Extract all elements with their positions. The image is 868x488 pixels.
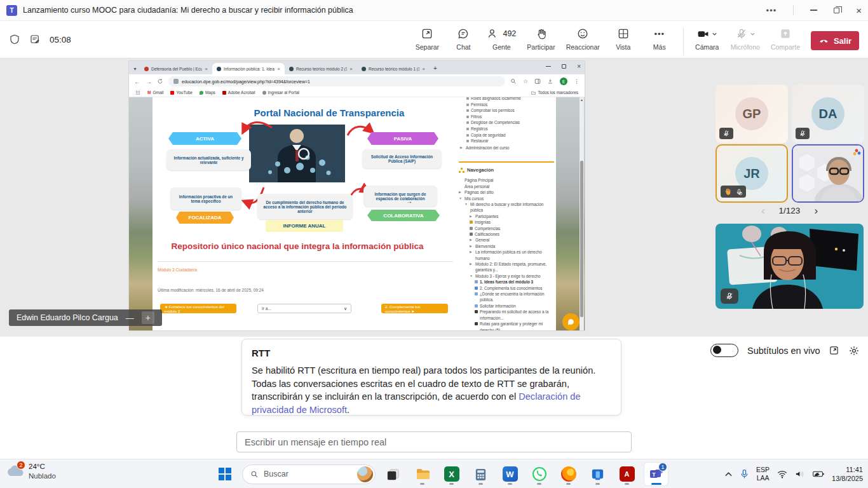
- tab-close-icon[interactable]: ×: [349, 66, 353, 72]
- task-view-button[interactable]: [381, 463, 405, 485]
- nav-item[interactable]: ▼Mis cursos: [459, 196, 554, 201]
- shield-icon[interactable]: [9, 34, 20, 45]
- nav-item[interactable]: ▶Páginas del sitio: [459, 189, 554, 195]
- calculator-button[interactable]: [469, 463, 492, 485]
- forward-icon[interactable]: →: [146, 78, 152, 85]
- zoom-out-button[interactable]: —: [126, 313, 134, 323]
- bookmark-star-icon[interactable]: ☆: [523, 78, 528, 85]
- reload-icon[interactable]: [157, 78, 163, 85]
- admin-item[interactable]: Registros: [459, 126, 554, 132]
- prev-module-button[interactable]: ◄ Fortalece tus conocimientos del módulo…: [160, 304, 236, 313]
- admin-item[interactable]: Permisos: [459, 102, 554, 108]
- tab-search-icon[interactable]: ▼: [133, 67, 137, 71]
- nav-item[interactable]: ▶Participantes: [459, 214, 554, 219]
- browser-tab-2-active[interactable]: Información pública: 1. Ideas fu×: [212, 63, 285, 74]
- nav-item-course[interactable]: ▼Mi derecho a buscar y recibir informaci…: [459, 201, 554, 214]
- whatsapp-button[interactable]: [527, 463, 551, 485]
- page-scrollbar[interactable]: ▲: [580, 97, 584, 330]
- admin-item[interactable]: Copia de seguridad: [459, 132, 554, 139]
- chevron-down-icon[interactable]: [750, 31, 756, 37]
- bookmark-youtube[interactable]: YouTube: [170, 90, 193, 95]
- firefox-button[interactable]: [557, 463, 580, 485]
- bookmark-portal[interactable]: Ingresar al Portal: [262, 90, 300, 95]
- search-highlight-image[interactable]: [357, 466, 373, 482]
- page-fab-button[interactable]: [562, 313, 580, 330]
- taskbar-search[interactable]: Buscar: [242, 464, 376, 484]
- nav-item[interactable]: ¿Dónde se encuentra la información públi…: [459, 291, 554, 303]
- nav-item[interactable]: Rutas para garantizar y proteger mi dere…: [459, 321, 554, 330]
- file-explorer-button[interactable]: [410, 463, 434, 485]
- battery-icon[interactable]: [813, 470, 824, 478]
- acrobat-button[interactable]: A: [615, 463, 639, 485]
- bookmark-gmail[interactable]: MGmail: [147, 90, 163, 95]
- chat-button[interactable]: Chat: [451, 26, 476, 51]
- profile-avatar[interactable]: E: [560, 78, 567, 85]
- nav-item[interactable]: Competencias: [459, 226, 554, 231]
- zoom-search-icon[interactable]: [510, 78, 517, 85]
- admin-item[interactable]: Filtros: [459, 114, 554, 120]
- bookmark-acrobat[interactable]: Adobe Acrobat: [222, 90, 255, 95]
- close-icon[interactable]: ×: [856, 6, 862, 15]
- admin-item[interactable]: Desglose de Competencias: [459, 119, 554, 126]
- bookmark-maps[interactable]: Maps: [200, 90, 215, 95]
- teams-button[interactable]: T 1: [644, 463, 668, 485]
- people-button[interactable]: 492 Gente: [487, 26, 516, 51]
- speaker-icon[interactable]: [795, 470, 805, 478]
- jump-to-select[interactable]: Ir a...∨: [257, 304, 351, 313]
- admin-item[interactable]: Comprobar los permisos: [459, 107, 554, 114]
- next-module-button[interactable]: 2. Complementa tus conocimientos ►: [381, 304, 448, 313]
- rtt-message-input[interactable]: Escribir un mensaje en tiempo real: [236, 431, 632, 452]
- nav-item[interactable]: Calificaciones: [459, 231, 554, 237]
- react-button[interactable]: Reaccionar: [566, 26, 600, 51]
- raise-hand-button[interactable]: Participar: [527, 26, 555, 51]
- tab-close-icon[interactable]: ×: [422, 66, 425, 72]
- nav-item-module3[interactable]: ▼Módulo 3 - Ejerce y exige tu derecho: [459, 273, 554, 279]
- nav-item-current-page[interactable]: 1. Ideas fuerza del módulo 3: [459, 279, 554, 285]
- minimize-icon[interactable]: [810, 10, 817, 10]
- browser-minimize-icon[interactable]: [546, 66, 551, 67]
- camera-button[interactable]: Cámara: [695, 26, 720, 51]
- nav-item[interactable]: Preparando mi solicitud de acceso a la i…: [459, 309, 554, 321]
- language-indicator[interactable]: ESPLAA: [756, 466, 770, 482]
- nav-item[interactable]: 2. Complementa tus conocimientos: [459, 285, 554, 291]
- zoom-in-button[interactable]: +: [142, 311, 154, 324]
- restore-icon[interactable]: [834, 8, 839, 13]
- window-more-icon[interactable]: •••: [766, 6, 777, 15]
- tab-close-icon[interactable]: ×: [205, 66, 208, 72]
- pager-next-icon[interactable]: ›: [814, 205, 818, 216]
- browser-tab-4[interactable]: Recurso teórico módulo 1 (1)×: [357, 63, 430, 74]
- pager-prev-icon[interactable]: ‹: [761, 205, 765, 216]
- view-button[interactable]: Vista: [611, 26, 636, 51]
- captions-toggle[interactable]: [710, 344, 738, 357]
- taskbar-weather[interactable]: 2 24°CNublado: [6, 462, 56, 481]
- expander-icon[interactable]: ▶: [460, 145, 464, 151]
- nav-item[interactable]: ▶Módulo 2: El Estado respeta, promueve, …: [459, 261, 554, 273]
- nav-item[interactable]: Página Principal: [459, 177, 554, 183]
- scroll-up-icon[interactable]: ▲: [580, 98, 584, 102]
- nav-item[interactable]: Área personal: [459, 184, 554, 189]
- browser-restore-icon[interactable]: [562, 64, 566, 69]
- browser-tab-3[interactable]: Recurso teórico módulo 2 (1)×: [285, 63, 357, 74]
- nav-item[interactable]: ▶Bienvenida: [459, 243, 554, 249]
- participant-tile-jr[interactable]: JR: [715, 144, 788, 203]
- start-button[interactable]: [214, 463, 236, 485]
- apps-grid-icon[interactable]: [135, 90, 140, 95]
- browser-tab-1[interactable]: Defensoría del Pueblo | Ecuado×: [140, 63, 212, 74]
- mic-button[interactable]: Micrófono: [731, 26, 760, 51]
- nav-item[interactable]: ▶La información pública es un derecho hu…: [459, 249, 554, 261]
- chevron-down-icon[interactable]: [712, 31, 717, 37]
- scrollbar-thumb[interactable]: [580, 161, 583, 317]
- share-button[interactable]: Comparte: [771, 26, 800, 51]
- nav-item[interactable]: Solicitar información: [459, 303, 554, 309]
- spotlight-video-tile[interactable]: [715, 224, 864, 309]
- new-tab-icon[interactable]: +: [433, 65, 437, 72]
- participant-tile-video[interactable]: [792, 144, 864, 203]
- tray-chevron-icon[interactable]: [724, 471, 733, 477]
- back-icon[interactable]: ←: [134, 78, 140, 85]
- all-bookmarks[interactable]: Todos los marcadores: [531, 90, 578, 95]
- tab-close-icon[interactable]: ×: [277, 66, 280, 72]
- admin-item[interactable]: Restaurar: [459, 138, 554, 144]
- separate-button[interactable]: Separar: [414, 26, 440, 51]
- browser-close-icon[interactable]: ×: [577, 63, 581, 70]
- download-icon[interactable]: [547, 78, 553, 85]
